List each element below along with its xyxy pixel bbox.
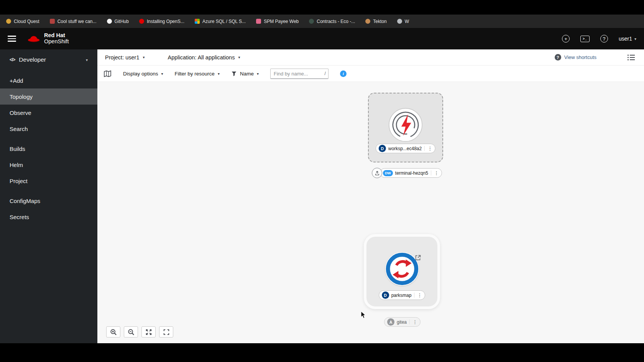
view-shortcuts-label: View shortcuts <box>564 54 596 60</box>
bookmark-label: Azure SQL / SQL S... <box>202 19 246 24</box>
canvas-controls <box>106 326 173 337</box>
zoom-out-button[interactable] <box>124 326 138 337</box>
bookmark-favicon <box>50 19 55 24</box>
gitea-node[interactable]: A gitea ⋮ <box>384 317 421 327</box>
redhat-logo-icon <box>27 34 41 43</box>
gitea-node-label[interactable]: A gitea ⋮ <box>384 317 421 327</box>
add-circle-icon[interactable]: + <box>562 35 570 43</box>
bookmark-label: W <box>405 19 409 24</box>
gitea-node-name: gitea <box>397 319 407 325</box>
cloud-quest-favicon <box>6 19 11 24</box>
filter-by-resource-dropdown[interactable]: Filter by resource ▾ <box>175 71 220 77</box>
openshift-brand[interactable]: Red Hat OpenShift <box>27 33 69 44</box>
bookmark-github[interactable]: GitHub <box>107 19 129 24</box>
application-switcher[interactable]: Application: All applications ▾ <box>168 54 240 61</box>
name-filter-label: Name <box>240 71 254 77</box>
bookmark-label: Contracts - Eco -... <box>317 19 355 24</box>
bookmark-label: Tekton <box>373 19 386 24</box>
bookmark-label: SPM Payee Web <box>264 19 299 24</box>
bookmark-installing-openshift[interactable]: Installing OpenS... <box>139 19 184 24</box>
redhat-favicon <box>139 19 144 24</box>
external-link-icon[interactable] <box>415 254 421 262</box>
context-bar: Project: user1 ▾ Application: All applic… <box>97 49 644 66</box>
info-icon[interactable]: i <box>340 70 347 77</box>
web-terminal-icon[interactable]: >_ <box>580 36 590 42</box>
sidebar-item-configmaps[interactable]: ConfigMaps <box>0 193 97 209</box>
fullscreen-button[interactable] <box>159 326 173 337</box>
devworkspace-icon[interactable] <box>388 107 423 143</box>
project-switcher-label: Project: user1 <box>105 54 139 61</box>
question-circle-icon: ? <box>555 54 561 61</box>
perspective-switcher[interactable]: </> Developer ▾ <box>0 49 97 70</box>
parksmap-node-label[interactable]: D parksmap ⋮ <box>379 290 426 300</box>
topology-toolbar: Display options ▾ Filter by resource ▾ N… <box>97 66 644 82</box>
workspace-node-label[interactable]: D worksp...ec48a2 ⋮ <box>376 144 435 153</box>
azure-favicon <box>195 19 200 24</box>
chevron-down-icon: ▾ <box>161 72 163 76</box>
kebab-menu-icon[interactable]: ⋮ <box>424 146 432 151</box>
view-shortcuts-button[interactable]: ? View shortcuts <box>555 54 596 61</box>
help-icon[interactable]: ? <box>600 35 608 43</box>
bookmark-label: Cool stuff we can... <box>58 19 97 24</box>
display-options-label: Display options <box>123 71 158 77</box>
bookmark-cool-stuff[interactable]: Cool stuff we can... <box>50 19 97 24</box>
chevron-down-icon: ▾ <box>634 37 636 41</box>
globe-favicon <box>397 19 402 24</box>
sidebar-item-helm[interactable]: Helm <box>0 157 97 173</box>
keyboard-shortcut-hint: / <box>325 71 326 76</box>
bookmark-label: Cloud Quest <box>14 19 39 24</box>
user-menu[interactable]: user1 ▾ <box>619 36 636 42</box>
sidebar-item-observe[interactable]: Observe <box>0 105 97 121</box>
bookmark-w[interactable]: W <box>397 19 409 24</box>
parksmap-node[interactable]: D parksmap ⋮ <box>364 234 440 309</box>
parksmap-app-icon[interactable] <box>385 252 419 286</box>
bookmark-contracts[interactable]: Contracts - Eco -... <box>309 19 355 24</box>
hamburger-menu-icon[interactable] <box>8 36 16 42</box>
chevron-down-icon: ▾ <box>143 55 145 59</box>
bookmark-spm-payee[interactable]: SPM Payee Web <box>256 19 299 24</box>
deployment-badge: D <box>379 145 386 152</box>
sidebar-item-project[interactable]: Project <box>0 173 97 189</box>
mouse-cursor <box>361 311 366 320</box>
sidebar-item-topology[interactable]: Topology <box>0 88 97 105</box>
bookmark-label: GitHub <box>115 19 129 24</box>
terminal-node-name: terminal-hezqn5 <box>395 170 428 176</box>
kebab-menu-icon[interactable]: ⋮ <box>431 170 439 175</box>
list-view-icon[interactable] <box>627 54 635 61</box>
topology-canvas[interactable]: D worksp...ec48a2 ⋮ D <box>97 82 644 343</box>
filter-by-resource-label: Filter by resource <box>175 71 215 77</box>
terminal-node-label[interactable]: DW terminal-hezqn5 ⋮ <box>380 168 442 178</box>
kebab-menu-icon[interactable]: ⋮ <box>409 319 417 324</box>
workspace-node-name: worksp...ec48a2 <box>388 146 422 151</box>
parksmap-node-name: parksmap <box>391 293 412 298</box>
fit-to-screen-button[interactable] <box>141 326 156 337</box>
chevron-down-icon: ▾ <box>218 72 220 76</box>
find-by-name-input[interactable] <box>270 69 329 79</box>
kebab-menu-icon[interactable]: ⋮ <box>414 293 422 298</box>
terminal-node[interactable]: DW terminal-hezqn5 ⋮ <box>372 168 442 178</box>
sidebar-item-secrets[interactable]: Secrets <box>0 209 97 225</box>
workspace-node[interactable]: D worksp...ec48a2 ⋮ <box>368 93 443 162</box>
deployment-badge: D <box>382 292 389 299</box>
display-options-dropdown[interactable]: Display options ▾ <box>123 71 163 77</box>
developer-perspective-icon: </> <box>10 57 15 62</box>
sidebar-item-builds[interactable]: Builds <box>0 141 97 157</box>
github-favicon <box>107 19 112 24</box>
username: user1 <box>619 36 632 42</box>
sidebar-item-add[interactable]: +Add <box>0 72 97 88</box>
export-application-icon[interactable] <box>104 70 112 77</box>
devworkspace-badge: DW <box>383 170 393 176</box>
bookmark-cloud-quest[interactable]: Cloud Quest <box>6 19 39 24</box>
brand-line2: OpenShift <box>44 39 69 45</box>
bookmark-favicon <box>256 19 261 24</box>
zoom-in-button[interactable] <box>106 326 120 337</box>
bookmark-label: Installing OpenS... <box>147 19 184 24</box>
sidebar-item-search[interactable]: Search <box>0 121 97 137</box>
perspective-label: Developer <box>19 56 46 63</box>
name-filter-dropdown[interactable]: Name ▾ <box>231 71 259 77</box>
project-switcher[interactable]: Project: user1 ▾ <box>105 54 145 61</box>
terminal-decorator-icon[interactable] <box>372 168 382 178</box>
screen: Cloud Quest Cool stuff we can... GitHub … <box>0 0 644 362</box>
bookmark-azure-sql[interactable]: Azure SQL / SQL S... <box>195 19 246 24</box>
bookmark-tekton[interactable]: Tekton <box>365 19 386 24</box>
